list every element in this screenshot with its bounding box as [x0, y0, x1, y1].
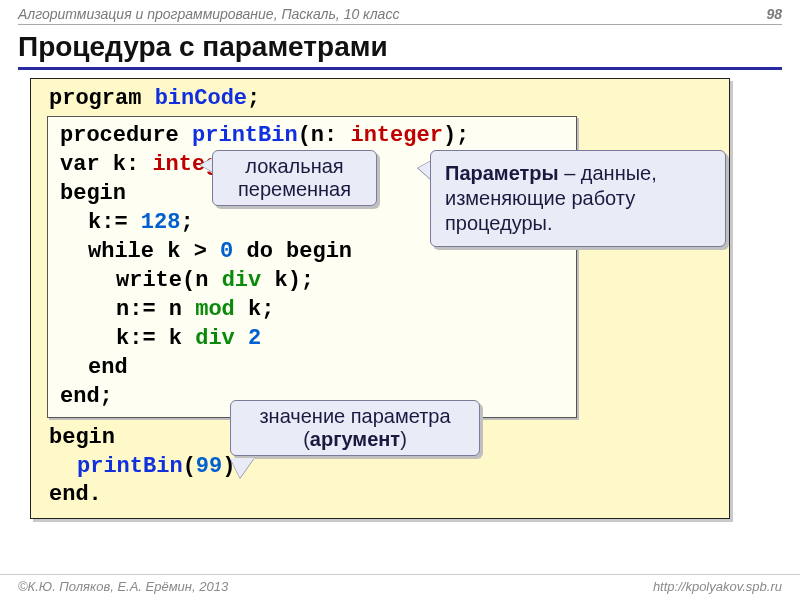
code-line: n:= n mod k;	[60, 295, 566, 324]
code-line: end	[60, 353, 566, 382]
title-underline	[18, 67, 782, 70]
code-line: program binCode;	[49, 85, 719, 114]
code-line: printBin(99)	[49, 453, 719, 482]
proc-name: printBin	[192, 123, 298, 148]
callout-local-variable: локальная переменная	[212, 150, 377, 206]
page-number: 98	[766, 6, 782, 22]
code-line: end.	[49, 481, 719, 510]
program-name: binCode	[155, 86, 247, 111]
slide-footer: ©К.Ю. Поляков, Е.А. Ерёмин, 2013 http://…	[0, 574, 800, 594]
callout-parameters: Параметры – данные, изменяющие работу пр…	[430, 150, 726, 247]
code-line: write(n div k);	[60, 266, 566, 295]
slide-header: Алгоритмизация и программирование, Паска…	[0, 0, 800, 24]
callout-pointer-icon	[230, 458, 254, 478]
callout-argument: значение параметра (аргумент)	[230, 400, 480, 456]
code-line: procedure printBin(n: integer);	[60, 121, 566, 150]
header-left: Алгоритмизация и программирование, Паска…	[18, 6, 399, 22]
code-line: k:= k div 2	[60, 324, 566, 353]
footer-right: http://kpolyakov.spb.ru	[653, 579, 782, 594]
slide-title: Процедура с параметрами	[0, 25, 800, 67]
footer-left: ©К.Ю. Поляков, Е.А. Ерёмин, 2013	[18, 579, 228, 594]
keyword-program: program	[49, 86, 141, 111]
